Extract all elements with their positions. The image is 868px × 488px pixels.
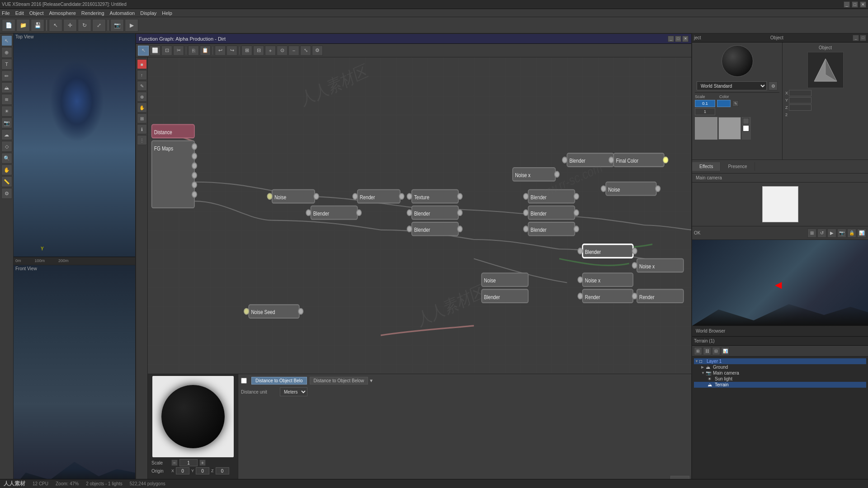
tree-item-terrain[interactable]: ⛰ Terrain: [694, 382, 866, 388]
sidebar-measure[interactable]: 📏: [1, 176, 12, 187]
render-play-btn[interactable]: ▶: [827, 229, 836, 238]
menu-edit[interactable]: Edit: [15, 10, 24, 16]
right-max-btn[interactable]: □: [860, 35, 866, 41]
fg-left-grid[interactable]: ⊞: [137, 113, 147, 123]
render-refresh-btn[interactable]: ↺: [817, 229, 826, 238]
render-camera-btn[interactable]: 📷: [837, 229, 846, 238]
wb-add-btn[interactable]: ⊞: [694, 347, 702, 355]
origin-y-input[interactable]: [196, 467, 209, 474]
menu-display[interactable]: Display: [140, 10, 156, 16]
menu-help[interactable]: Help: [162, 10, 172, 16]
fg-maximize[interactable]: □: [675, 36, 681, 42]
menu-atmosphere[interactable]: Atmosphere: [49, 10, 76, 16]
sidebar-water[interactable]: ≋: [1, 94, 12, 105]
mat-ctrl-2[interactable]: [743, 125, 749, 131]
camera-button[interactable]: 📷: [110, 19, 124, 32]
tree-item-maincamera[interactable]: ▼ 📷 Main camera: [694, 370, 866, 376]
fg-paste-tool[interactable]: 📋: [200, 46, 211, 56]
fg-zoomin-tool[interactable]: +: [265, 46, 276, 56]
fg-left-extra[interactable]: ⋮: [137, 135, 147, 145]
fg-left-color[interactable]: ■: [137, 59, 147, 69]
mat-val-1[interactable]: [695, 100, 715, 107]
tree-item-layer1[interactable]: ▼ □ Layer 1: [694, 358, 866, 364]
fg-redo-tool[interactable]: ↪: [226, 46, 237, 56]
fg-left-info[interactable]: ℹ: [137, 124, 147, 134]
mat-ctrl-1[interactable]: [743, 118, 749, 124]
menu-automation[interactable]: Automation: [110, 10, 135, 16]
render-view-btn[interactable]: ⊞: [807, 229, 816, 238]
scale-input[interactable]: [179, 459, 198, 466]
fg-left-arrow[interactable]: ↑: [137, 70, 147, 80]
fg-align-tool[interactable]: ⊟: [253, 46, 264, 56]
tree-item-ground[interactable]: ▶ ⛰ Ground: [694, 364, 866, 370]
fg-zoomout-tool[interactable]: −: [288, 46, 299, 56]
fg-left-zoom[interactable]: ⊕: [137, 92, 147, 102]
origin-z-input[interactable]: [216, 467, 229, 474]
effects-tab[interactable]: Effects: [692, 162, 721, 171]
minimize-button[interactable]: _: [844, 1, 850, 8]
fg-copy-tool[interactable]: ⎘: [188, 46, 199, 56]
menu-file[interactable]: File: [2, 10, 10, 16]
distance-tab-2[interactable]: Distance to Object Below: [310, 377, 368, 385]
y-input[interactable]: [789, 97, 811, 103]
origin-x-input[interactable]: [176, 467, 189, 474]
world-standard-dropdown[interactable]: World Standard: [697, 81, 767, 90]
sidebar-light[interactable]: ☀: [1, 106, 12, 117]
fg-settings-tool[interactable]: ⚙: [312, 46, 323, 56]
open-button[interactable]: 📁: [16, 19, 30, 32]
mat-val-2[interactable]: [695, 108, 715, 115]
fg-close[interactable]: ✕: [682, 36, 689, 42]
fg-left-hand[interactable]: ✋: [137, 103, 147, 113]
select-button[interactable]: ↖: [49, 19, 62, 32]
z-input[interactable]: [789, 104, 811, 111]
mat-edit-1-btn[interactable]: ✎: [732, 100, 739, 107]
sidebar-object[interactable]: ◇: [1, 141, 12, 152]
fg-connect-tool[interactable]: ⊡: [161, 46, 172, 56]
world-settings-btn[interactable]: ⚙: [769, 81, 778, 90]
fg-zoom100-tool[interactable]: ⊙: [277, 46, 288, 56]
x-input[interactable]: [789, 90, 811, 96]
rotate-button[interactable]: ↻: [78, 19, 91, 32]
graph-canvas[interactable]: Distance FG Maps Noise: [148, 57, 691, 374]
wb-chart-btn[interactable]: 📊: [721, 347, 729, 355]
render-lock-btn[interactable]: 🔒: [847, 229, 856, 238]
render-button[interactable]: ▶: [125, 19, 138, 32]
wb-grid-btn[interactable]: ⊟: [712, 347, 720, 355]
new-button[interactable]: 📄: [2, 19, 15, 32]
sidebar-paint[interactable]: ✏: [1, 70, 12, 81]
fg-fit-tool[interactable]: ⤡: [300, 46, 311, 56]
fg-undo-tool[interactable]: ↩: [215, 46, 226, 56]
distance-unit-select[interactable]: Meters: [280, 387, 307, 396]
save-button[interactable]: 💾: [31, 19, 44, 32]
menu-object[interactable]: Object: [29, 10, 44, 16]
fg-arrange-tool[interactable]: ⊞: [241, 46, 252, 56]
fg-minimize[interactable]: _: [668, 36, 674, 42]
fg-left-edit[interactable]: ✎: [137, 81, 147, 91]
move-button[interactable]: ✛: [63, 19, 77, 32]
fg-cut-tool[interactable]: ✂: [173, 46, 184, 56]
sidebar-zoom[interactable]: 🔍: [1, 153, 12, 164]
distance-tab-1[interactable]: Distance to Object Belo: [251, 377, 307, 385]
sidebar-text[interactable]: T: [1, 59, 12, 70]
presence-tab[interactable]: Presence: [721, 162, 755, 171]
params-checkbox[interactable]: [241, 378, 247, 384]
scale-button[interactable]: ⤢: [92, 19, 106, 32]
sidebar-select[interactable]: ↖: [1, 35, 12, 46]
render-chart-btn[interactable]: 📊: [857, 229, 866, 238]
maximize-button[interactable]: □: [852, 1, 858, 8]
fg-node-tool[interactable]: ⬜: [150, 46, 160, 56]
close-button[interactable]: ✕: [860, 1, 866, 8]
scale-minus[interactable]: −: [171, 460, 178, 466]
tree-item-sunlight[interactable]: ☀ Sun light: [694, 376, 866, 382]
menu-rendering[interactable]: Rendering: [81, 10, 104, 16]
sidebar-terrain[interactable]: ⛰: [1, 82, 12, 93]
sidebar-pan[interactable]: ✋: [1, 164, 12, 175]
right-min-btn[interactable]: _: [853, 35, 859, 41]
wb-chain-btn[interactable]: ⛓: [703, 347, 711, 355]
sidebar-atmosphere[interactable]: ☁: [1, 129, 12, 140]
fg-pointer-tool[interactable]: ↖: [138, 46, 149, 56]
sidebar-move[interactable]: ⊕: [1, 47, 12, 58]
scale-plus[interactable]: +: [199, 460, 206, 466]
distance-dropdown-arrow[interactable]: ▼: [369, 378, 373, 383]
sidebar-extra[interactable]: ⚙: [1, 188, 12, 199]
